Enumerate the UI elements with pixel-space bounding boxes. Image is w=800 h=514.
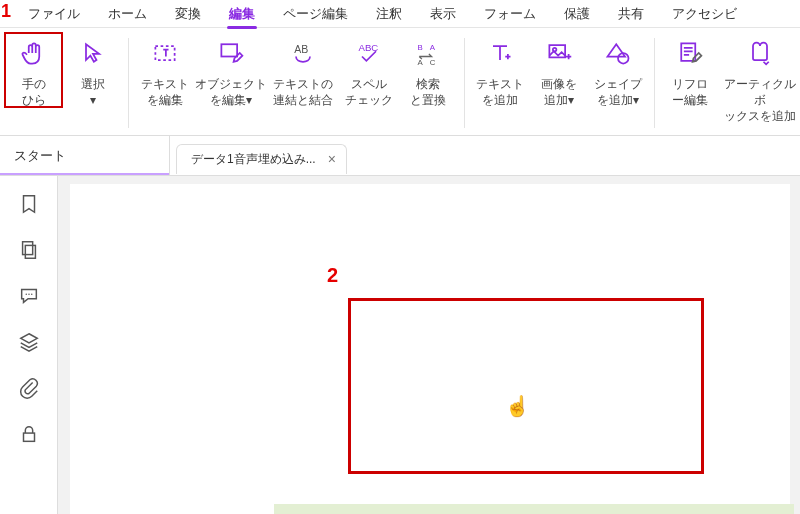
menu-form[interactable]: フォーム <box>470 0 550 28</box>
svg-text:B: B <box>417 43 422 52</box>
svg-rect-18 <box>23 433 34 441</box>
document-tab-label: データ1音声埋め込み... <box>191 151 316 168</box>
document-canvas[interactable]: ☝ <box>58 176 800 514</box>
svg-text:A: A <box>430 43 436 52</box>
reflow-label: リフロ ー編集 <box>672 76 708 108</box>
ribbon-toolbar: 手の ひら 選択 ▾ テキスト を編集 オブジェクト を編集▾ <box>0 28 800 136</box>
link-join-button[interactable]: AB テキストの 連結と結合 <box>267 32 339 108</box>
close-tab-button[interactable]: × <box>324 151 340 167</box>
add-image-icon <box>544 38 574 68</box>
document-page[interactable]: ☝ <box>70 184 790 514</box>
svg-rect-1 <box>221 44 237 56</box>
reflow-icon <box>675 38 705 68</box>
tabs-row: スタート データ1音声埋め込み... × <box>0 136 800 176</box>
menu-bar: ファイル ホーム 変換 編集 ページ編集 注釈 表示 フォーム 保護 共有 アク… <box>0 0 800 28</box>
highlighted-region <box>348 298 704 474</box>
document-tab[interactable]: データ1音声埋め込み... × <box>176 144 347 174</box>
svg-text:A: A <box>417 58 423 67</box>
hand-tool-button[interactable]: 手の ひら <box>4 32 63 108</box>
separator <box>128 38 129 128</box>
add-image-button[interactable]: 画像を 追加▾ <box>530 32 589 108</box>
menu-convert[interactable]: 変換 <box>161 0 215 28</box>
spellcheck-label: スペル チェック <box>345 76 393 108</box>
svg-point-15 <box>25 293 26 294</box>
menu-edit[interactable]: 編集 <box>215 0 269 28</box>
separator <box>654 38 655 128</box>
comments-panel-button[interactable] <box>17 284 41 308</box>
add-shape-label: シェイプ を追加▾ <box>594 76 642 108</box>
menu-view[interactable]: 表示 <box>416 0 470 28</box>
edit-object-label: オブジェクト を編集▾ <box>195 76 267 108</box>
cursor-icon <box>78 38 108 68</box>
find-replace-button[interactable]: B A A C 検索 と置換 <box>398 32 457 108</box>
pages-panel-button[interactable] <box>17 238 41 262</box>
add-text-label: テキスト を追加 <box>476 76 524 108</box>
add-shape-button[interactable]: シェイプ を追加▾ <box>589 32 648 108</box>
left-sidebar <box>0 176 58 514</box>
layers-panel-button[interactable] <box>17 330 41 354</box>
annotation-1: 1 <box>1 1 11 22</box>
hand-icon <box>19 38 49 68</box>
spellcheck-icon: ABC <box>354 38 384 68</box>
menu-home[interactable]: ホーム <box>94 0 161 28</box>
menu-annotate[interactable]: 注釈 <box>362 0 416 28</box>
edit-object-icon <box>216 38 246 68</box>
menu-accessibility[interactable]: アクセシビ <box>658 0 751 28</box>
find-replace-label: 検索 と置換 <box>410 76 446 108</box>
article-box-button[interactable]: アーティクルボ ックスを追加 <box>720 32 800 125</box>
menu-file[interactable]: ファイル <box>14 0 94 28</box>
spellcheck-button[interactable]: ABC スペル チェック <box>339 32 398 108</box>
svg-point-16 <box>28 293 29 294</box>
select-tool-button[interactable]: 選択 ▾ <box>63 32 122 108</box>
add-image-label: 画像を 追加▾ <box>541 76 577 108</box>
edit-text-label: テキスト を編集 <box>141 76 189 108</box>
svg-rect-13 <box>22 242 32 255</box>
svg-point-17 <box>31 293 32 294</box>
link-join-label: テキストの 連結と結合 <box>273 76 333 108</box>
work-area: ☝ <box>0 176 800 514</box>
add-text-icon <box>485 38 515 68</box>
menu-share[interactable]: 共有 <box>604 0 658 28</box>
edit-text-button[interactable]: テキスト を編集 <box>135 32 194 108</box>
add-text-button[interactable]: テキスト を追加 <box>470 32 529 108</box>
security-panel-button[interactable] <box>17 422 41 446</box>
bookmark-panel-button[interactable] <box>17 192 41 216</box>
green-bar <box>274 504 794 514</box>
text-cursor-icon <box>150 38 180 68</box>
start-tab[interactable]: スタート <box>0 136 170 175</box>
menu-protect[interactable]: 保護 <box>550 0 604 28</box>
hand-tool-label: 手の ひら <box>22 76 46 108</box>
article-box-icon <box>745 38 775 68</box>
svg-text:AB: AB <box>294 43 308 55</box>
hand-cursor-icon: ☝ <box>505 394 530 418</box>
find-replace-icon: B A A C <box>413 38 443 68</box>
separator <box>464 38 465 128</box>
link-join-icon: AB <box>288 38 318 68</box>
svg-rect-14 <box>25 245 35 258</box>
select-tool-label: 選択 ▾ <box>81 76 105 108</box>
edit-object-button[interactable]: オブジェクト を編集▾ <box>194 32 266 108</box>
menu-page-edit[interactable]: ページ編集 <box>269 0 362 28</box>
reflow-edit-button[interactable]: リフロ ー編集 <box>661 32 720 108</box>
annotation-2: 2 <box>327 264 338 287</box>
add-shape-icon <box>603 38 633 68</box>
svg-text:C: C <box>430 58 436 67</box>
svg-marker-10 <box>608 44 626 56</box>
article-box-label: アーティクルボ ックスを追加 <box>720 76 800 125</box>
attachments-panel-button[interactable] <box>17 376 41 400</box>
